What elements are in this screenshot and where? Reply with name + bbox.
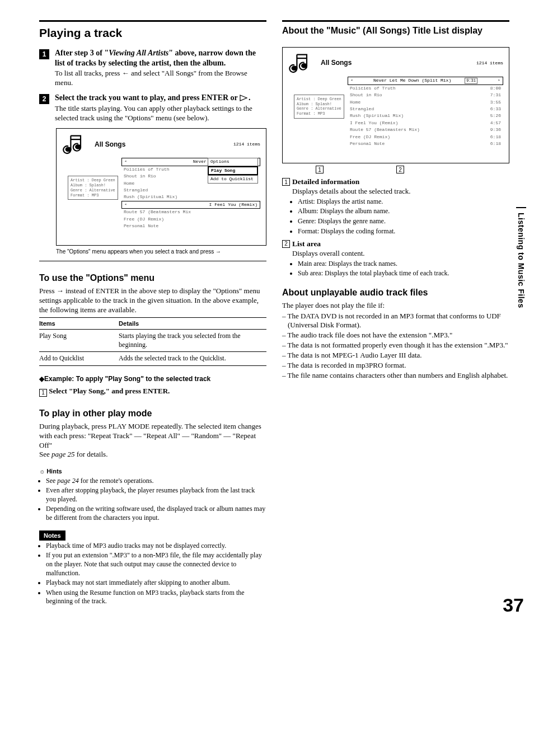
list-item: The file name contains characters other … [282,371,509,381]
table-row: Play Song Starts playing the track you s… [39,330,266,352]
ui-callouts: 1 2 [282,166,509,173]
ui-detail-box: Artist : Deep Green Album : Splash! Genr… [68,176,118,200]
label-list-area: 2 List area [282,239,509,249]
list-item: The data is recorded in mp3PRO format. [282,361,509,370]
list-item: The data is not formatted properly even … [282,341,509,350]
step1-head-pre: After step 3 of " [55,49,109,57]
table-header-items: Items [39,317,119,329]
list-item: I Feel You (Remix)4:57 [348,120,503,126]
unplay-intro: The player does not play the file if: [282,301,509,311]
list-item: Playback may not start immediately after… [46,579,266,588]
ui-options-title: Options [208,158,258,166]
step-1: 1 After step 3 of "Viewing All Artists" … [39,48,266,87]
svg-point-4 [301,63,307,68]
list-item: When using the Resume function on MP3 tr… [46,589,266,606]
svg-point-2 [75,144,81,149]
list-item: The audio track file does not have the e… [282,331,509,340]
table-row: Add to Quicklist Adds the selected track… [39,352,266,366]
ui-detail-artist: Artist : Deep Green [71,178,115,183]
example-heading: ◆Example: To apply "Play Song" to the se… [39,375,266,384]
music-note-icon [288,51,313,76]
list-item: The DATA DVD is not recorded in an MP3 f… [282,312,509,331]
list-item: Strangled6:33 [348,106,503,112]
list-item: If you put an extension ".MP3" to a non-… [46,551,266,577]
list-item: Free (DJ Remix) [121,216,260,223]
play-mode-text: During playback, press PLAY MODE repeate… [39,422,266,450]
chevron-right-icon: ▸ [498,78,500,84]
notes-list: Playback time of MP3 audio tracks may no… [39,542,266,606]
table-header-details: Details [119,317,266,329]
ui-detail-box: Artist : Deep Green Album : Splash! Genr… [294,95,344,119]
list-item: Personal Note [121,223,260,229]
divider [39,261,266,261]
list-item: Even after stopping playback, the player… [46,486,266,504]
list-item: Shout in Rio7:31 [348,92,503,98]
ui-option-item: Play Song [208,166,258,175]
hint-bulb-icon: ☼ [39,468,45,475]
heading-options-menu: To use the "Options" menu [39,273,266,284]
d1-list: Artist: Displays the artist name. Album:… [292,198,509,236]
list-item: Rush (Spiritual Mix) [121,194,260,200]
list-item: Policies of Truth8:00 [348,85,503,92]
page-number: 37 [503,593,524,617]
right-column: About the "Music" (All Songs) Title List… [282,20,509,607]
svg-marker-0 [240,95,247,101]
step2-head-post: . [249,93,251,102]
chevron-left-icon: ◂ [350,78,353,84]
ui-caption: The "Options" menu appears when you sele… [56,248,266,255]
step1-head-em: Viewing All Artists [109,49,168,57]
ui-option-item: Add to Quicklist [208,175,258,183]
list-item: Depending on the writing software used, … [46,505,266,522]
step-number-2: 2 [39,94,49,104]
heading-unplayable: About unplayable audio track files [282,287,509,299]
heading-about-music: About the "Music" (All Songs) Title List… [282,20,509,37]
arrow-right-icon: → [57,287,64,295]
list-item: Rush (Spiritual Mix)5:26 [348,112,503,119]
d2-list: Main area: Displays the track names. Sub… [292,260,509,278]
boxed-number-1: 1 [282,178,290,186]
example-step: 1 Select "Play Song," and press ENTER. [39,387,266,397]
arrow-right-icon: → [216,248,221,255]
left-column: Playing a track 1 After step 3 of "Viewi… [39,20,266,607]
play-mode-see: See page 25 for details. [39,450,266,459]
callout-1: 1 [316,166,324,173]
side-tab: Listening to Music Files [516,207,526,308]
step2-head-pre: Select the track you want to play, and p… [55,93,240,102]
ui-options-menu: Options Play Song Add to Quicklist [208,158,258,183]
notes-label: Notes [39,530,65,541]
list-item: Genre: Displays the genre name. [298,217,509,226]
chevron-left-icon: ◂ [124,202,127,208]
list-item: Playback time of MP3 audio tracks may no… [46,542,266,551]
options-table: Items Details Play Song Starts playing t… [39,317,266,366]
list-item: Route 57 (Beatmasters Mix [121,209,260,215]
ui-detail-format: Format : MP3 [71,193,115,198]
ui-items-count: 1214 items [233,142,260,147]
d2-desc: Displays overall content. [292,249,509,259]
ui-track-list: ◂ Never Let Me Down (Split Mix)9:31 ▸ Po… [348,77,503,148]
hints-list: See page 24 for the remote's operations.… [39,477,266,523]
list-item: Format: Displays the coding format. [298,227,509,236]
step1-text-pre: To list all tracks, press [55,69,122,77]
callout-2: 2 [396,166,404,173]
list-item: ◂ Never Let Me Down (Split Mix)9:31 ▸ [348,77,503,85]
ui-music-list-with-options: All Songs 1214 items Artist : Deep Green… [56,128,266,246]
list-item: See page 24 for the remote's operations. [46,477,266,486]
ui-title: All Songs [95,140,125,149]
options-text: Press → instead of ENTER in the above st… [39,287,266,315]
hints-label: ☼ Hints [39,467,266,475]
step-2: 2 Select the track you want to play, and… [39,93,266,123]
play-icon [240,93,249,104]
list-item: Strangled [121,187,260,194]
svg-point-1 [65,147,72,152]
ui-music-list-display: All Songs 1214 items Artist : Deep Green… [282,47,509,164]
ui-detail-genre: Genre : Alternative [71,188,115,193]
list-item: Free (DJ Remix)6:18 [348,134,503,140]
label-detailed-info: 1 Detailed information [282,177,509,187]
list-item: Artist: Displays the artist name. [298,198,509,206]
step2-text: The title starts playing. You can apply … [55,104,266,123]
boxed-number-1: 1 [39,389,47,397]
heading-playing-track: Playing a track [39,20,266,40]
arrow-left-icon: ← [122,69,129,77]
music-note-icon [62,132,87,157]
boxed-number-2: 2 [282,240,290,248]
